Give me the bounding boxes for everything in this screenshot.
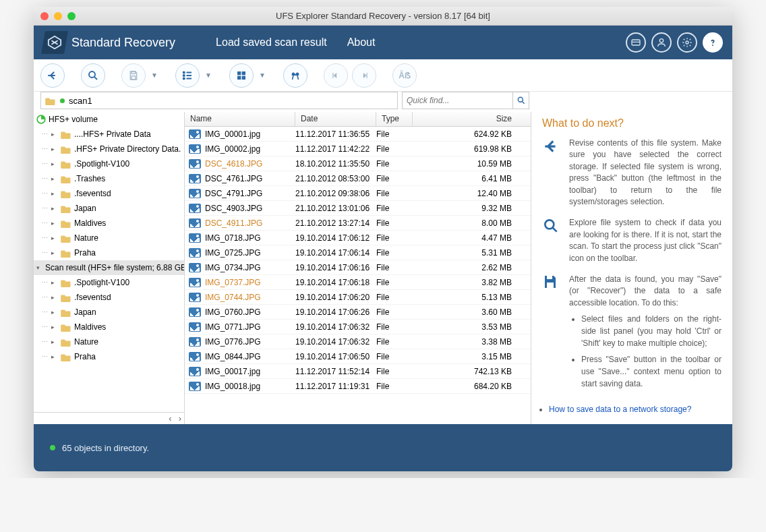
tree-folder[interactable]: ⋯▸Praha (34, 349, 184, 364)
svg-point-35 (545, 220, 554, 229)
save-disk-icon (542, 274, 561, 394)
view-mode-button[interactable] (229, 63, 254, 88)
list-options-dropdown[interactable]: ▼ (204, 71, 213, 79)
status-bar: 65 objects in directory. (34, 424, 732, 471)
file-list-pane: Name Date Type Size IMG_00001.jpg 11.12.… (185, 112, 531, 424)
file-row[interactable]: IMG_0718.JPG 19.10.2014 17:06:12 File 4.… (185, 231, 531, 245)
col-header-date[interactable]: Date (295, 112, 376, 126)
view-mode-dropdown[interactable]: ▼ (258, 71, 267, 79)
svg-rect-18 (237, 71, 241, 75)
prev-button[interactable] (324, 63, 348, 88)
image-file-icon (189, 248, 201, 258)
quick-find (402, 92, 529, 109)
file-row[interactable]: IMG_00018.jpg 11.12.2017 11:19:31 File 6… (185, 379, 531, 394)
next-button[interactable] (352, 63, 376, 88)
quick-find-input[interactable] (403, 96, 512, 105)
svg-point-6 (686, 41, 688, 44)
file-row[interactable]: IMG_00017.jpg 11.12.2017 11:52:14 File 7… (185, 364, 531, 379)
file-row[interactable]: IMG_0744.JPG 19.10.2014 17:06:20 File 5.… (185, 290, 531, 305)
app-menu: Load saved scan result About (216, 36, 375, 49)
titlebar: UFS Explorer Standard Recovery - version… (34, 7, 732, 26)
tree-folder[interactable]: ⋯▸.fseventsd (34, 186, 184, 201)
help-pane: What to do next? Revise contents of this… (531, 112, 732, 424)
app-logo: Standard Recovery (43, 31, 175, 54)
file-row[interactable]: IMG_0771.JPG 19.10.2014 17:06:32 File 3.… (185, 320, 531, 334)
tree-hscroll[interactable]: ‹› (34, 412, 184, 424)
license-icon[interactable] (626, 32, 646, 53)
svg-rect-10 (131, 71, 135, 73)
help-p2: Explore file system to check if data you… (569, 217, 721, 264)
tree-folder[interactable]: ⋯▸....HFS+ Private Data (34, 127, 184, 142)
tree-folder[interactable]: ⋯▸Maldives (34, 320, 184, 334)
svg-rect-20 (237, 76, 241, 79)
file-row[interactable]: IMG_0737.JPG 19.10.2014 17:06:18 File 3.… (185, 275, 531, 290)
settings-icon[interactable] (677, 32, 697, 53)
file-row[interactable]: DSC_4791.JPG 21.10.2012 09:38:06 File 12… (185, 186, 531, 201)
col-header-name[interactable]: Name (185, 112, 295, 126)
image-file-icon (189, 307, 201, 317)
scan-button[interactable] (81, 63, 105, 88)
help-link-network[interactable]: How to save data to a network storage? (549, 405, 691, 414)
tree-folder[interactable]: ⋯▸.Spotlight-V100 (34, 275, 184, 290)
window-title: UFS Explorer Standard Recovery - version… (34, 11, 732, 21)
file-row[interactable]: IMG_0760.JPG 19.10.2014 17:06:26 File 3.… (185, 305, 531, 320)
tree-scan-result[interactable]: ▾Scan result (HFS+ file system; 6.88 GB) (34, 260, 184, 275)
tree-folder[interactable]: ⋯▸Nature (34, 231, 184, 245)
tree-folder[interactable]: ⋯▸.Spotlight-V100 (34, 156, 184, 171)
image-file-icon (189, 144, 201, 154)
svg-line-26 (297, 76, 299, 80)
file-row[interactable]: DSC_4761.JPG 21.10.2012 08:53:00 File 6.… (185, 171, 531, 186)
quick-find-button[interactable] (512, 92, 529, 109)
magnifier-icon (542, 217, 561, 264)
svg-point-8 (89, 71, 95, 78)
case-button[interactable]: Ăẞ (392, 63, 417, 88)
svg-point-7 (713, 45, 713, 46)
status-dot-icon (60, 98, 65, 103)
tree-volume-root[interactable]: HFS+ volume (34, 112, 184, 127)
col-header-size[interactable]: Size (413, 112, 531, 126)
file-row[interactable]: IMG_0734.JPG 19.10.2014 17:06:16 File 2.… (185, 260, 531, 275)
main-body: HFS+ volume⋯▸....HFS+ Private Data⋯▸.HFS… (34, 112, 732, 424)
find-button[interactable] (283, 63, 307, 88)
svg-line-25 (293, 76, 294, 80)
image-file-icon (189, 129, 201, 139)
tree-folder[interactable]: ⋯▸.HFS+ Private Directory Data. (34, 142, 184, 156)
path-field[interactable]: scan1 (40, 92, 398, 109)
col-header-type[interactable]: Type (376, 112, 413, 126)
file-row[interactable]: IMG_0725.JPG 19.10.2014 17:06:14 File 5.… (185, 245, 531, 260)
svg-marker-29 (363, 72, 367, 78)
svg-rect-19 (242, 71, 245, 75)
image-file-icon (189, 263, 201, 272)
back-button[interactable] (40, 63, 65, 88)
menu-load-scan[interactable]: Load saved scan result (216, 36, 327, 49)
tree-folder[interactable]: ⋯▸Japan (34, 201, 184, 216)
save-button[interactable] (121, 63, 146, 88)
menu-about[interactable]: About (347, 36, 376, 49)
tree-folder[interactable]: ⋯▸Nature (34, 334, 184, 349)
file-row[interactable]: DSC_4618.JPG 18.10.2012 11:35:50 File 10… (185, 156, 531, 171)
svg-point-5 (659, 39, 663, 42)
tree-folder[interactable]: ⋯▸.Trashes (34, 171, 184, 186)
help-icon[interactable] (703, 32, 723, 53)
account-icon[interactable] (651, 32, 672, 53)
tree-folder[interactable]: ⋯▸.fseventsd (34, 290, 184, 305)
file-row[interactable]: DSC_4903.JPG 21.10.2012 13:01:06 File 9.… (185, 201, 531, 216)
image-file-icon (189, 293, 201, 302)
image-file-icon (189, 322, 201, 332)
tree-folder[interactable]: ⋯▸Praha (34, 245, 184, 260)
folder-icon (45, 96, 56, 105)
save-dropdown[interactable]: ▼ (150, 71, 159, 79)
image-file-icon (189, 382, 201, 391)
file-row[interactable]: IMG_0844.JPG 19.10.2014 17:06:50 File 3.… (185, 349, 531, 364)
svg-line-36 (553, 228, 557, 232)
file-row[interactable]: DSC_4911.JPG 21.10.2012 13:27:14 File 8.… (185, 216, 531, 231)
file-row[interactable]: IMG_00002.jpg 11.12.2017 11:42:22 File 6… (185, 142, 531, 156)
tree-folder[interactable]: ⋯▸Maldives (34, 216, 184, 231)
file-row[interactable]: IMG_0776.JPG 19.10.2014 17:06:32 File 3.… (185, 334, 531, 349)
image-file-icon (189, 189, 201, 198)
list-options-button[interactable] (175, 63, 200, 88)
svg-marker-27 (334, 72, 337, 78)
tree-folder[interactable]: ⋯▸Japan (34, 305, 184, 320)
image-file-icon (189, 159, 201, 169)
file-row[interactable]: IMG_00001.jpg 11.12.2017 11:36:55 File 6… (185, 127, 531, 142)
